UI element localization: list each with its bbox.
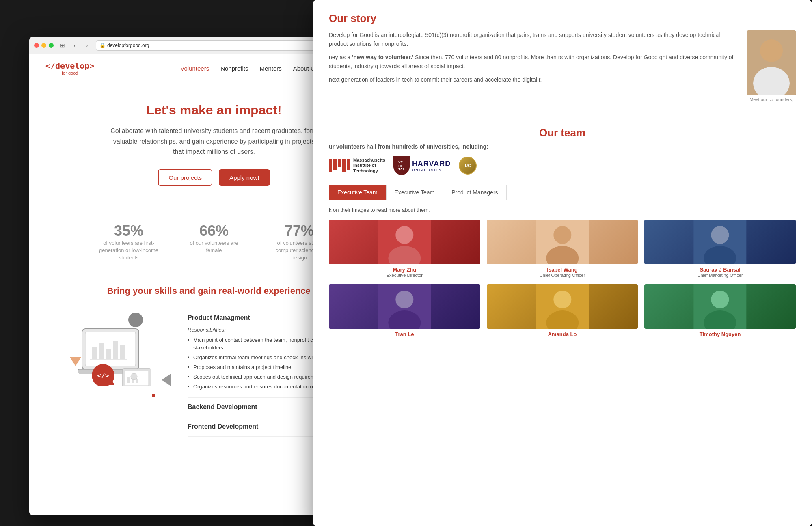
our-story-layout: Develop for Good is an intercollegiate 5… (329, 30, 796, 102)
about-content: Our story Develop for Good is an interco… (313, 0, 812, 526)
story-paragraph-2: ney as a 'new way to volunteer.' Since t… (329, 53, 739, 71)
member-name-tran: Tran Le (329, 331, 480, 337)
third-university-logo: UC (459, 157, 477, 175)
tab-product-managers[interactable]: Product Managers (443, 185, 506, 200)
accordion-label-backend: Backend Development (188, 403, 257, 411)
mit-bar-4 (342, 159, 346, 172)
member-name-saurav: Saurav J Bansal (644, 267, 796, 273)
harvard-name: HARVARD (412, 160, 451, 168)
stat-label-2: of our volunteers are female (184, 239, 244, 254)
svg-rect-5 (113, 341, 118, 359)
mit-logo: MassachusettsInstitute ofTechnology (329, 157, 385, 174)
harvard-logo: VERITAS HARVARD UNIVERSITY (393, 156, 451, 175)
hero-description: Collaborate with talented university stu… (108, 126, 320, 157)
svg-point-23 (762, 41, 781, 60)
logo-code: </develop> (45, 61, 94, 71)
nav-mentors[interactable]: Mentors (260, 65, 282, 72)
stat-number-1: 35% (98, 222, 159, 239)
tab-executive-team-1[interactable]: Executive Team (329, 185, 386, 200)
member-name-mary: Mary Zhu (329, 267, 480, 273)
our-story-section: Our story Develop for Good is an interco… (313, 0, 812, 114)
university-logos: MassachusettsInstitute ofTechnology VERI… (329, 156, 796, 175)
member-photo-tran[interactable] (329, 284, 480, 329)
story-paragraph-1: Develop for Good is an intercollegiate 5… (329, 30, 739, 49)
stat-first-gen: 35% of volunteers are first-generation o… (98, 222, 159, 262)
mit-bars (329, 159, 350, 172)
svg-point-31 (711, 226, 729, 244)
svg-rect-6 (120, 345, 125, 359)
member-name-amanda: Amanda Lo (487, 331, 638, 337)
photo-caption: Meet our co-founders, (747, 97, 796, 102)
maximize-button[interactable] (49, 43, 54, 48)
lock-icon: 🔒 (99, 43, 106, 48)
accordion-label-frontend: Frontend Development (188, 423, 258, 431)
mit-text: MassachusettsInstitute ofTechnology (353, 157, 385, 174)
member-name-isabel: Isabel Wang (487, 267, 638, 273)
team-subtitle-bold: ur volunteers hail from hundreds of univ… (329, 143, 488, 150)
svg-point-40 (711, 291, 729, 308)
member-role-mary: Executive Director (329, 273, 480, 278)
mit-bar-2 (333, 159, 337, 170)
member-photo-isabel[interactable] (487, 220, 638, 264)
traffic-lights (34, 43, 54, 48)
svg-point-25 (395, 226, 413, 244)
team-grid: Mary Zhu Executive Director Isabel Wang … (329, 220, 796, 337)
co-founder-photo (747, 30, 796, 95)
svg-rect-14 (127, 377, 130, 383)
team-subtitle: ur volunteers hail from hundreds of univ… (329, 143, 796, 150)
tab-executive-team-2[interactable]: Executive Team (386, 185, 443, 200)
harvard-wordmark: HARVARD UNIVERSITY (412, 160, 451, 172)
stat-label-1: of volunteers are first-generation or lo… (98, 239, 159, 262)
team-member-timothy: Timothy Nguyen (644, 284, 796, 337)
svg-rect-2 (92, 347, 97, 359)
harvard-sub: UNIVERSITY (412, 168, 451, 172)
url-text: developforgood.org (107, 43, 149, 48)
svg-text:</>: </> (97, 372, 109, 379)
logo[interactable]: </develop> for good (45, 61, 94, 75)
mit-bar-3 (338, 159, 341, 167)
mit-bar-5 (347, 159, 350, 170)
apply-now-button[interactable]: Apply now! (219, 169, 270, 186)
minimize-button[interactable] (41, 43, 46, 48)
stat-number-2: 66% (184, 222, 244, 239)
svg-rect-4 (106, 349, 111, 359)
forward-button[interactable]: › (82, 41, 92, 50)
nav-nonprofits[interactable]: Nonprofits (220, 65, 248, 72)
svg-point-28 (553, 226, 571, 244)
story-bold-text: 'new way to volunteer.' (352, 54, 413, 60)
member-photo-timothy[interactable] (644, 284, 796, 329)
decoration-triangle-gray (162, 373, 171, 386)
our-story-image: Meet our co-founders, (747, 30, 796, 102)
harvard-shield: VERITAS (393, 156, 410, 175)
member-photo-saurav[interactable] (644, 220, 796, 264)
our-story-text: Develop for Good is an intercollegiate 5… (329, 30, 739, 102)
logo-tagline: for good (62, 71, 78, 75)
member-role-isabel: Chief Operating Officer (487, 273, 638, 278)
nav-volunteers[interactable]: Volunteers (180, 65, 209, 72)
our-projects-button[interactable]: Our projects (158, 169, 212, 186)
team-tabs: Executive Team Executive Team Product Ma… (329, 185, 796, 200)
member-name-timothy: Timothy Nguyen (644, 331, 796, 337)
svg-point-34 (395, 291, 413, 308)
member-photo-mary[interactable] (329, 220, 480, 264)
team-member-mary: Mary Zhu Executive Director (329, 220, 480, 278)
mit-bar-1 (329, 159, 332, 172)
our-team-section: Our team ur volunteers hail from hundred… (313, 114, 812, 349)
sidebar-toggle[interactable]: ⊞ (58, 41, 67, 50)
team-click-hint: k on their images to read more about the… (329, 207, 796, 213)
story-paragraph-3: next generation of leaders in tech to co… (329, 75, 739, 84)
team-member-isabel: Isabel Wang Chief Operating Officer (487, 220, 638, 278)
decoration-dot-red (152, 394, 155, 397)
team-member-saurav: Saurav J Bansal Chief Marketing Officer (644, 220, 796, 278)
team-member-amanda: Amanda Lo (487, 284, 638, 337)
skills-illustration: </> (45, 308, 175, 398)
browser-controls: ⊞ ‹ › (58, 41, 92, 50)
accordion-label-product: Product Managment (188, 314, 250, 322)
member-photo-amanda[interactable] (487, 284, 638, 329)
back-button[interactable]: ‹ (70, 41, 80, 50)
close-button[interactable] (34, 43, 39, 48)
our-story-title: Our story (329, 12, 796, 25)
svg-rect-3 (99, 343, 104, 359)
about-panel: Our story Develop for Good is an interco… (313, 0, 812, 526)
svg-point-17 (131, 373, 137, 380)
